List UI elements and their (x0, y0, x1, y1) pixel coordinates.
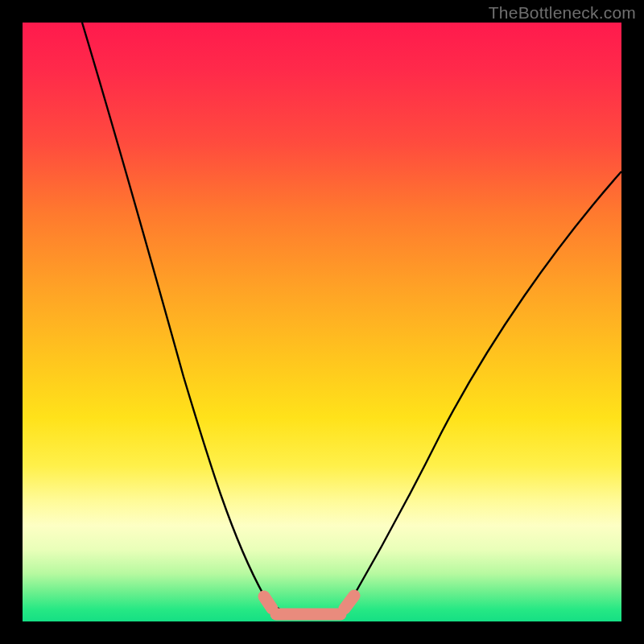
curve-line (82, 23, 621, 618)
outer-frame: TheBottleneck.com (0, 0, 644, 644)
chart-svg (23, 23, 621, 621)
plot-area (23, 23, 621, 621)
flat-segment (264, 596, 354, 614)
watermark-text: TheBottleneck.com (489, 3, 636, 23)
